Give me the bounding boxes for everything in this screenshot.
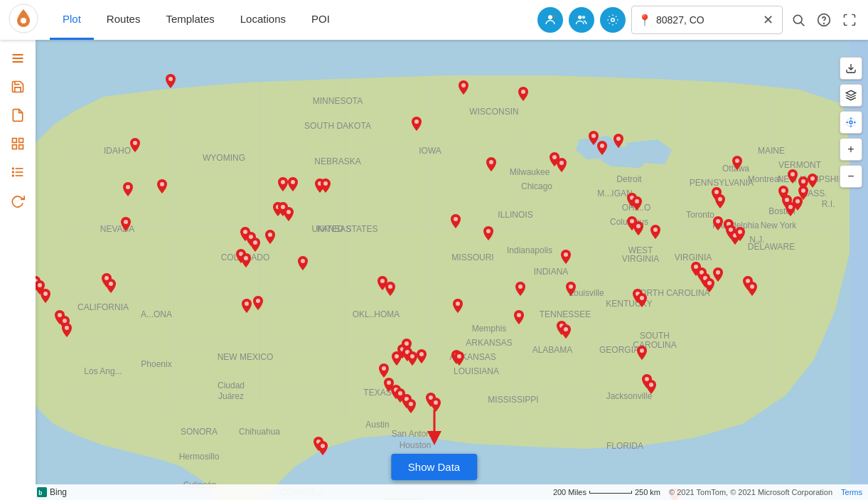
svg-text:NORTH CAROLINA: NORTH CAROLINA <box>633 288 709 298</box>
download-button[interactable] <box>840 57 862 80</box>
terms-link[interactable]: Terms <box>841 488 862 496</box>
svg-text:TENNESSEE: TENNESSEE <box>540 309 591 319</box>
sidebar-grid-button[interactable] <box>5 131 31 156</box>
left-sidebar <box>0 40 36 500</box>
svg-text:OKL..HOMA: OKL..HOMA <box>353 309 400 319</box>
location-button[interactable] <box>840 111 862 134</box>
person-map-button[interactable] <box>537 7 563 33</box>
svg-text:R.I.: R.I. <box>822 199 835 209</box>
svg-marker-219 <box>846 90 855 95</box>
svg-text:MINNESOTA: MINNESOTA <box>313 96 363 106</box>
layer-button[interactable] <box>840 84 862 107</box>
zoom-in-button[interactable]: + <box>840 138 862 161</box>
settings-button[interactable] <box>600 7 626 33</box>
svg-point-5 <box>582 16 586 19</box>
svg-rect-16 <box>13 145 17 149</box>
svg-point-220 <box>850 121 852 124</box>
help-button[interactable] <box>814 10 834 30</box>
header-right: 📍 ✕ <box>537 6 859 34</box>
svg-text:Chicago: Chicago <box>521 181 552 191</box>
scale-200-label: 200 Miles <box>553 488 586 496</box>
svg-text:Memphis: Memphis <box>472 324 507 334</box>
svg-text:Juárez: Juárez <box>218 391 244 401</box>
svg-rect-17 <box>19 145 23 149</box>
scale-bar: 200 Miles 250 km <box>553 488 660 496</box>
svg-point-3 <box>553 15 555 17</box>
map-area[interactable]: IDAHO NEVADA CALIFORNIA Los Ang... WYOMI… <box>0 40 868 500</box>
svg-text:NEVADA: NEVADA <box>100 224 134 234</box>
svg-text:MAINE: MAINE <box>758 146 785 156</box>
svg-point-22 <box>13 171 14 173</box>
svg-text:VIRGINIA: VIRGINIA <box>622 254 660 264</box>
group-button[interactable] <box>569 7 594 33</box>
right-controls: + − <box>840 57 862 188</box>
app-logo[interactable] <box>9 4 38 36</box>
svg-text:ARKANSAS: ARKANSAS <box>449 352 495 362</box>
sidebar-menu-button[interactable] <box>5 46 31 71</box>
svg-text:Austin: Austin <box>365 420 389 430</box>
svg-text:DELAWARE: DELAWARE <box>748 242 795 252</box>
svg-text:A...ONA: A...ONA <box>141 309 172 319</box>
svg-text:KENTUCKY: KENTUCKY <box>606 299 652 309</box>
sidebar-save-button[interactable] <box>5 74 31 100</box>
svg-point-7 <box>793 15 802 23</box>
svg-text:M...IGAN: M...IGAN <box>597 188 632 198</box>
svg-text:b: b <box>38 490 42 496</box>
nav-item-poi[interactable]: POI <box>299 0 343 40</box>
svg-text:TEXAS: TEXAS <box>363 388 391 398</box>
svg-text:Ottawa: Ottawa <box>722 164 749 174</box>
sidebar-refresh-button[interactable] <box>5 188 31 213</box>
nav-item-plot[interactable]: Plot <box>50 0 94 40</box>
clear-search-button[interactable]: ✕ <box>760 9 776 31</box>
svg-rect-15 <box>19 139 23 143</box>
attribution-text: © 2021 TomTom, © 2021 Microsoft Corporat… <box>669 488 832 496</box>
location-icon: 📍 <box>638 14 652 27</box>
svg-text:IDAHO: IDAHO <box>104 146 131 156</box>
nav-item-locations[interactable]: Locations <box>227 0 299 40</box>
bottom-bar: b Bing 200 Miles 250 km © 2021 TomTom, ©… <box>0 484 868 500</box>
svg-text:SOUTH: SOUTH <box>640 331 670 341</box>
svg-text:Indianapolis: Indianapolis <box>507 245 552 255</box>
svg-point-4 <box>578 16 582 19</box>
svg-text:Hermosillo: Hermosillo <box>179 452 220 462</box>
bing-label: Bing <box>50 487 67 497</box>
svg-text:SOUTH DAKOTA: SOUTH DAKOTA <box>304 121 371 131</box>
svg-text:Louisville: Louisville <box>569 288 604 298</box>
svg-text:OHI...O: OHI...O <box>622 203 651 213</box>
svg-point-6 <box>611 18 615 22</box>
zoom-out-button[interactable]: − <box>840 165 862 188</box>
svg-text:Columbus: Columbus <box>610 217 648 227</box>
scale-250-label: 250 km <box>635 488 660 496</box>
svg-text:Los Ang...: Los Ang... <box>84 366 122 376</box>
svg-text:COLORADO: COLORADO <box>221 252 270 262</box>
sidebar-document-button[interactable] <box>5 102 31 128</box>
svg-text:INDIANA: INDIANA <box>534 267 569 277</box>
search-input[interactable] <box>656 14 756 26</box>
svg-text:Boston: Boston <box>768 206 795 216</box>
svg-point-23 <box>13 175 14 176</box>
svg-point-21 <box>13 168 14 169</box>
svg-point-2 <box>548 15 552 19</box>
nav-item-templates[interactable]: Templates <box>153 0 227 40</box>
svg-text:Ciudad: Ciudad <box>218 381 245 390</box>
show-data-button[interactable]: Show Data <box>391 454 477 480</box>
bing-logo: b Bing <box>37 487 67 497</box>
nav-item-routes[interactable]: Routes <box>94 0 154 40</box>
search-button[interactable] <box>788 10 808 30</box>
svg-text:ILLINOIS: ILLINOIS <box>498 210 532 220</box>
sidebar-list-button[interactable] <box>5 159 31 185</box>
maximize-button[interactable] <box>840 10 859 30</box>
svg-line-8 <box>801 23 805 26</box>
location-search-bar[interactable]: 📍 ✕ <box>631 6 783 34</box>
svg-marker-217 <box>427 431 441 445</box>
svg-text:New York: New York <box>761 220 798 230</box>
svg-text:NEBRASKA: NEBRASKA <box>314 156 360 166</box>
svg-text:WISCONSIN: WISCONSIN <box>469 107 518 117</box>
svg-text:SONORA: SONORA <box>181 427 218 437</box>
svg-rect-14 <box>13 139 17 143</box>
svg-text:MISSISSIPPI: MISSISSIPPI <box>488 395 538 405</box>
svg-text:MASS.: MASS. <box>800 188 827 198</box>
svg-text:IOWA: IOWA <box>419 146 441 156</box>
svg-point-1 <box>21 18 26 23</box>
svg-text:VIRGINIA: VIRGINIA <box>675 252 712 262</box>
